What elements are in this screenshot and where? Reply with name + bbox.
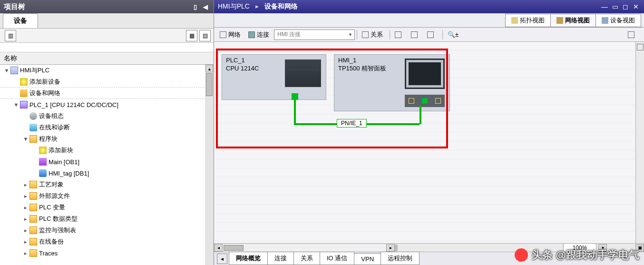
tree-row-2[interactable]: 设备和网络 (0, 88, 205, 99)
tree-toggle[interactable]: ▼ (23, 136, 29, 142)
plc-image (285, 59, 321, 87)
hmi-port-2[interactable] (422, 98, 428, 104)
device-icon (602, 17, 608, 24)
tree-row-3[interactable]: ▼PLC_1 [CPU 1214C DC/DC/DC] (0, 99, 205, 110)
zoom-dropdown-icon[interactable]: ▾ (598, 244, 607, 252)
win-close-icon[interactable]: ✕ (632, 2, 640, 11)
tb-icon-3[interactable] (424, 29, 439, 40)
win-restore-icon[interactable]: ▭ (611, 2, 619, 11)
topology-icon (511, 17, 518, 24)
tree-row-7[interactable]: 添加新块 (0, 145, 205, 156)
pane-icon (628, 31, 634, 38)
select-hmi-connection[interactable]: HMI 连接 (274, 29, 355, 40)
vscroll-up-icon[interactable] (637, 44, 644, 50)
wire-label[interactable]: PN/IE_1 (337, 119, 367, 128)
tree-label: 监控与强制表 (39, 226, 76, 235)
hscroll-right-icon[interactable]: ▸ (386, 244, 395, 252)
btn-network[interactable]: 网络 (217, 29, 244, 40)
tree-label: 添加新块 (49, 146, 73, 155)
tab-device[interactable]: 设备 (3, 13, 38, 28)
tree-row-6[interactable]: ▼程序块 (0, 133, 205, 145)
tree-row-11[interactable]: ▸外部源文件 (0, 190, 205, 202)
tree-toggle[interactable]: ▸ (23, 182, 29, 188)
plc-type: CPU 1214C (226, 65, 259, 73)
pin-icon[interactable]: ▯ (191, 2, 199, 11)
tree-row-0[interactable]: ▼HMI与PLC (0, 65, 205, 76)
tree-row-8[interactable]: Main [OB1] (0, 156, 205, 167)
hmi-port-3[interactable] (435, 98, 441, 104)
left-tabs: 设备 (0, 13, 214, 29)
tree-row-16[interactable]: ▸Traces (0, 247, 205, 259)
fold-icon (29, 249, 37, 257)
hmi-name: HMI_1 (338, 57, 386, 65)
tab-device-view[interactable]: 设备视图 (595, 14, 641, 27)
tab-topology[interactable]: 拓扑视图 (505, 14, 551, 27)
hmi-type: TP1500 精智面板 (338, 65, 386, 73)
btab-4[interactable]: VPN (354, 253, 381, 265)
tree-toggle[interactable]: ▼ (4, 68, 10, 73)
tree-row-9[interactable]: HMI_tag [DB1] (0, 167, 205, 179)
hmi-port-1[interactable] (409, 98, 414, 104)
hscroll-left-icon[interactable]: ◂ (214, 244, 223, 252)
bottom-lead-icon[interactable]: ◂ (217, 254, 227, 264)
tree-row-10[interactable]: ▸工艺对象 (0, 179, 205, 190)
wire-seg-1[interactable] (294, 99, 296, 123)
tree-row-12[interactable]: ▸PLC 变量 (0, 202, 205, 213)
tb-btn-2[interactable]: ▤ (199, 30, 211, 41)
zoom-level[interactable]: 100% (563, 243, 596, 253)
tree-label: 程序块 (39, 135, 58, 143)
wire-seg-3[interactable] (420, 105, 421, 124)
win-min-icon[interactable]: — (600, 2, 609, 11)
btn-connect[interactable]: 连接 (245, 29, 272, 40)
tree-row-5[interactable]: 在线和诊断 (0, 122, 205, 133)
tb-icon-2[interactable] (408, 29, 422, 40)
plc-port[interactable] (292, 93, 298, 100)
tree-toggle[interactable]: ▸ (23, 216, 29, 222)
btn-toggle-pane[interactable] (625, 29, 639, 40)
scroll-up-icon[interactable]: ▴ (205, 65, 213, 72)
tree-toggle[interactable]: ▸ (23, 193, 29, 199)
plc-labels: PLC_1 CPU 1214C (226, 57, 259, 73)
tree-label: 在线和诊断 (39, 123, 70, 132)
project-tree[interactable]: ▼HMI与PLC添加新设备设备和网络▼PLC_1 [CPU 1214C DC/D… (0, 65, 205, 265)
tab-network[interactable]: 网络视图 (550, 14, 596, 27)
tree-toggle[interactable]: ▸ (23, 227, 29, 234)
device-plc[interactable]: PLC_1 CPU 1214C (222, 54, 326, 100)
tree-row-13[interactable]: ▸PLC 数据类型 (0, 213, 205, 225)
relation-icon (362, 31, 369, 38)
tree-toggle[interactable]: ▸ (23, 239, 29, 245)
overview-icon[interactable]: ▣ (635, 244, 644, 252)
tree-row-14[interactable]: ▸监控与强制表 (0, 225, 205, 236)
tree-row-4[interactable]: 设备组态 (0, 110, 205, 122)
breadcrumb-root[interactable]: HMI与PLC (218, 2, 250, 10)
scroll-thumb[interactable] (206, 73, 213, 96)
network-canvas[interactable]: PLC_1 CPU 1214C HMI_1 TP1500 精智面板 (214, 42, 635, 243)
btab-5[interactable]: 远程控制 (381, 252, 420, 265)
tb-btn-1[interactable]: ▦ (186, 30, 197, 41)
tree-row-15[interactable]: ▸在线备份 (0, 236, 205, 247)
icon-3 (427, 31, 434, 38)
canvas-vscroll[interactable] (635, 42, 644, 243)
btn-zoom[interactable]: 🔍± (445, 29, 461, 40)
collapse-left-icon[interactable]: ◀ (201, 2, 210, 11)
device-hmi[interactable]: HMI_1 TP1500 精智面板 (334, 54, 450, 111)
tree-vscroll[interactable]: ▴ (205, 65, 214, 265)
btab-3[interactable]: IO 通信 (320, 252, 354, 265)
tree-toggle[interactable]: ▸ (23, 205, 29, 211)
tree-toggle[interactable]: ▼ (13, 102, 19, 108)
project-tree-panel: 项目树 ▯ ◀ 设备 ▥ ▦ ▤ 名称 ▼HMI与PLC添加新设备设备和网络▼P… (0, 0, 214, 265)
hscroll-thumb[interactable] (224, 245, 244, 251)
tb-icon-1[interactable] (392, 29, 406, 40)
plc-name: PLC_1 (226, 57, 259, 65)
tree-nav-icon[interactable]: ▥ (5, 30, 16, 41)
btab-0[interactable]: 网络概览 (229, 252, 268, 265)
win-max-icon[interactable]: ◻ (621, 2, 630, 11)
tree-label: 外部源文件 (39, 192, 70, 200)
btab-2[interactable]: 关系 (293, 252, 320, 265)
tree-col-header: 名称 (0, 52, 214, 65)
canvas-hscroll[interactable]: ◂ ▸ 100% ▾ ▣ (214, 243, 644, 252)
tree-toggle[interactable]: ▸ (23, 250, 29, 256)
tree-row-1[interactable]: 添加新设备 (0, 76, 205, 88)
btn-relation[interactable]: 关系 (359, 29, 386, 40)
btab-1[interactable]: 连接 (267, 252, 294, 265)
